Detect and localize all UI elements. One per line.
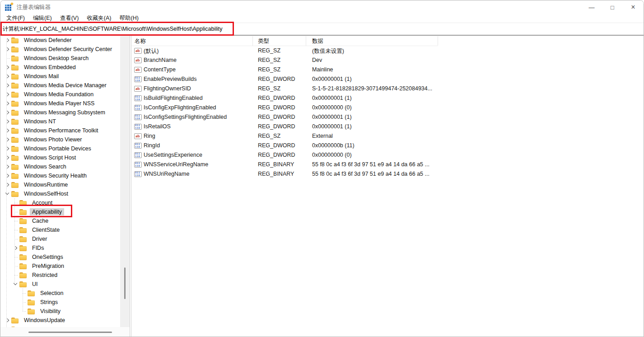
tree-item-windows-defender[interactable]: Windows Defender (0, 36, 120, 45)
folder-icon (19, 200, 27, 206)
tree-item-fids[interactable]: FIDs (0, 243, 120, 253)
chevron-right-icon[interactable] (4, 37, 10, 43)
tree-item-label: Windows Defender (22, 37, 74, 44)
tree-item-windows-media-device-manager[interactable]: Windows Media Device Manager (0, 81, 120, 90)
chevron-right-icon[interactable] (4, 82, 10, 89)
value-row-contenttype[interactable]: ContentTypeREG_SZMainline (131, 65, 644, 75)
value-row-isconfigexpflightingenabled[interactable]: IsConfigExpFlightingEnabledREG_DWORD0x00… (131, 103, 644, 112)
folder-icon (19, 281, 27, 287)
chevron-right-icon[interactable] (4, 91, 10, 98)
minimize-button[interactable]: — (581, 0, 602, 14)
tree-item-label: Driver (30, 235, 49, 243)
chevron-down-icon[interactable] (12, 281, 19, 287)
chevron-right-icon[interactable] (12, 245, 19, 251)
chevron-right-icon[interactable] (4, 109, 10, 116)
tree-item-premigration[interactable]: PreMigration (0, 262, 120, 271)
chevron-right-icon[interactable] (4, 73, 10, 80)
value-row-branchname[interactable]: BranchNameREG_SZDev (131, 56, 644, 65)
chevron-right-icon[interactable] (4, 64, 10, 70)
tree-item-selection[interactable]: Selection (0, 289, 120, 298)
folder-icon (11, 137, 19, 143)
value-row-wnsuriregname[interactable]: WNSUriRegNameREG_BINARY55 f8 0c a4 f3 6f… (131, 169, 644, 179)
tree-item-windows-photo-viewer[interactable]: Windows Photo Viewer (0, 135, 120, 144)
string-value-icon (134, 67, 142, 73)
tree-item-clientstate[interactable]: ClientState (0, 225, 120, 234)
value-data: 0x00000001 (1) (312, 95, 352, 101)
tree-item-windowsruntime[interactable]: WindowsRuntime (0, 180, 120, 189)
tree-item-label: Windows Search (22, 163, 69, 170)
tree-connector (12, 209, 19, 215)
address-bar[interactable]: 计算机\HKEY_LOCAL_MACHINE\SOFTWARE\Microsof… (0, 23, 644, 36)
chevron-right-icon[interactable] (4, 145, 10, 152)
tree-item-visibility[interactable]: Visibility (0, 307, 120, 316)
tree-horizontal-scrollbar[interactable] (0, 327, 130, 337)
content-area: Windows DefenderWindows Defender Securit… (0, 36, 644, 337)
tree-vertical-scrollbar[interactable] (120, 36, 130, 327)
value-row-ringid[interactable]: RingIdREG_DWORD0x0000000b (11) (131, 141, 644, 150)
close-button[interactable]: × (623, 0, 644, 14)
tree-item-windows-nt[interactable]: Windows NT (0, 117, 120, 126)
tree-item-windows-messaging-subsystem[interactable]: Windows Messaging Subsystem (0, 108, 120, 117)
value-row-usesettingsexperience[interactable]: UseSettingsExperienceREG_DWORD0x00000000… (131, 150, 644, 160)
chevron-down-icon[interactable] (4, 191, 10, 197)
tree-item-onesettings[interactable]: OneSettings (0, 253, 120, 262)
value-row-wnsserviceuriregname[interactable]: WNSServiceUriRegNameREG_BINARY55 f8 0c a… (131, 160, 644, 169)
tree-item-windows-performance-toolkit[interactable]: Windows Performance Toolkit (0, 126, 120, 135)
tree-item-windows-media-foundation[interactable]: Windows Media Foundation (0, 90, 120, 99)
menu-favorites[interactable]: 收藏夹(A) (83, 14, 115, 22)
chevron-right-icon[interactable] (4, 173, 10, 179)
menu-edit[interactable]: 编辑(E) (29, 14, 56, 22)
tree-item-windows-embedded[interactable]: Windows Embedded (0, 63, 120, 72)
vertical-scrollbar-thumb[interactable] (124, 267, 126, 299)
chevron-right-icon[interactable] (4, 164, 10, 170)
values-pane: 名称 类型 数据 (默认)REG_SZ(数值未设置)BranchNameREG_… (131, 36, 644, 337)
chevron-right-icon[interactable] (4, 136, 10, 143)
chevron-right-icon[interactable] (4, 182, 10, 188)
value-row-ring[interactable]: RingREG_SZExternal (131, 131, 644, 141)
tree-item-windows-portable-devices[interactable]: Windows Portable Devices (0, 144, 120, 153)
value-row-isconfigsettingsflightingenabled[interactable]: IsConfigSettingsFlightingEnabledREG_DWOR… (131, 112, 644, 122)
menu-view[interactable]: 查看(V) (56, 14, 83, 22)
value-type: REG_SZ (258, 85, 280, 92)
chevron-right-icon[interactable] (4, 46, 10, 52)
tree-item-windows-desktop-search[interactable]: Windows Desktop Search (0, 54, 120, 63)
tree-item-restricted[interactable]: Restricted (0, 271, 120, 280)
value-row-item[interactable]: (默认)REG_SZ(数值未设置) (131, 46, 644, 56)
tree-item-windows-defender-security-center[interactable]: Windows Defender Security Center (0, 45, 120, 54)
menu-help[interactable]: 帮助(H) (115, 14, 142, 22)
tree-item-strings[interactable]: Strings (0, 298, 120, 307)
maximize-button[interactable]: □ (602, 0, 623, 14)
chevron-right-icon[interactable] (4, 118, 10, 125)
tree-item-account[interactable]: Account (0, 198, 120, 207)
tree-item-windowsselfhost[interactable]: WindowsSelfHost (0, 189, 120, 198)
chevron-right-icon[interactable] (4, 127, 10, 134)
tree-item-windows-script-host[interactable]: Windows Script Host (0, 153, 120, 162)
tree-item-driver[interactable]: Driver (0, 234, 120, 243)
tree-item-windows-search[interactable]: Windows Search (0, 162, 120, 171)
column-divider[interactable] (438, 36, 438, 46)
window-controls: —□× (581, 0, 644, 14)
tree-item-applicability[interactable]: Applicability (0, 207, 120, 216)
column-header-name[interactable]: 名称 (135, 37, 146, 45)
string-value-icon (134, 48, 142, 54)
value-row-flightingownersid[interactable]: FlightingOwnerSIDREG_SZS-1-5-21-81828182… (131, 84, 644, 94)
horizontal-scrollbar-thumb[interactable] (28, 332, 112, 333)
value-row-isbuildflightingenabled[interactable]: IsBuildFlightingEnabledREG_DWORD0x000000… (131, 94, 644, 103)
chevron-right-icon[interactable] (4, 317, 10, 323)
column-header-type[interactable]: 类型 (258, 37, 269, 45)
folder-icon (11, 110, 19, 116)
tree-item-windowsupdate[interactable]: WindowsUpdate (0, 316, 120, 325)
chevron-right-icon[interactable] (4, 154, 10, 161)
tree-item-windows-media-player-nss[interactable]: Windows Media Player NSS (0, 99, 120, 108)
tree-item-ui[interactable]: UI (0, 280, 120, 289)
column-divider[interactable] (252, 36, 253, 46)
tree-item-cache[interactable]: Cache (0, 216, 120, 225)
value-row-enablepreviewbuilds[interactable]: EnablePreviewBuildsREG_DWORD0x00000001 (… (131, 75, 644, 84)
value-row-isretailos[interactable]: IsRetailOSREG_DWORD0x00000001 (1) (131, 122, 644, 131)
column-header-data[interactable]: 数据 (312, 37, 323, 45)
chevron-right-icon[interactable] (4, 100, 10, 107)
menu-file[interactable]: 文件(F) (2, 14, 29, 22)
column-divider[interactable] (306, 36, 306, 46)
tree-item-windows-security-health[interactable]: Windows Security Health (0, 171, 120, 180)
tree-item-windows-mail[interactable]: Windows Mail (0, 72, 120, 81)
